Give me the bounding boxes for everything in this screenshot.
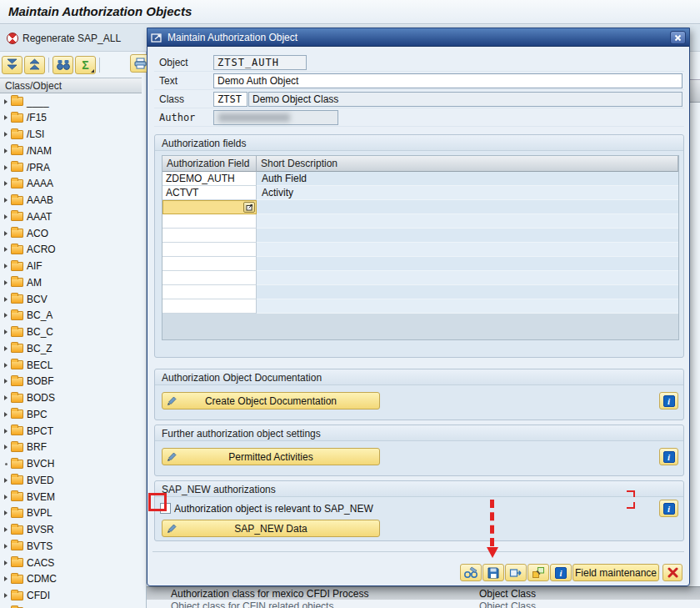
- tree-item[interactable]: BRF: [0, 440, 142, 455]
- expand-arrow-icon[interactable]: [5, 463, 8, 465]
- tree-item[interactable]: BC_C: [0, 324, 142, 340]
- expand-arrow-icon[interactable]: [4, 297, 8, 302]
- expand-arrow-icon[interactable]: [4, 346, 8, 351]
- copy-button[interactable]: [528, 564, 549, 581]
- expand-arrow-icon[interactable]: [4, 495, 8, 500]
- expand-arrow-icon[interactable]: [4, 510, 8, 515]
- expand-arrow-icon[interactable]: [4, 593, 8, 598]
- expand-arrow-icon[interactable]: [4, 280, 8, 285]
- authorization-field-cell[interactable]: [162, 257, 257, 271]
- tree-item[interactable]: BC_A: [0, 308, 142, 324]
- expand-arrow-icon[interactable]: [4, 544, 8, 549]
- expand-arrow-icon[interactable]: [4, 329, 8, 334]
- permitted-activities-button[interactable]: Permitted Activities: [162, 448, 380, 465]
- background-row-selected[interactable]: Authorization class for mexico CFDI Proc…: [147, 586, 700, 600]
- find-button[interactable]: [52, 56, 73, 74]
- authorization-field-cell[interactable]: [162, 271, 257, 285]
- authorization-field-cell[interactable]: ZDEMO_AUTH: [162, 172, 257, 186]
- tree-item[interactable]: CDMC: [0, 571, 142, 587]
- tree-item[interactable]: AM: [0, 274, 142, 290]
- tree-item[interactable]: BVSR: [0, 522, 142, 538]
- expand-arrow-icon[interactable]: [4, 363, 8, 368]
- tree-item[interactable]: /NAM: [0, 143, 142, 158]
- tree-item[interactable]: BVPL: [0, 505, 142, 521]
- tree-item[interactable]: /F15: [0, 110, 142, 126]
- tree-item[interactable]: BECL: [0, 357, 142, 373]
- collapse-all-button[interactable]: [24, 56, 45, 74]
- tree-item[interactable]: AAAT: [0, 209, 142, 224]
- authorization-field-cell[interactable]: ACTVT: [162, 186, 257, 200]
- close-button[interactable]: [670, 31, 686, 44]
- settings-info-button[interactable]: i: [659, 448, 678, 465]
- expand-arrow-icon[interactable]: [4, 198, 8, 203]
- tree-item[interactable]: /LSI: [0, 127, 142, 143]
- expand-arrow-icon[interactable]: [4, 527, 8, 532]
- field-maintenance-button[interactable]: Field maintenance: [572, 564, 659, 581]
- save-button[interactable]: [482, 564, 504, 581]
- tree-item[interactable]: ____: [0, 93, 142, 109]
- tree-item[interactable]: BVEM: [0, 489, 142, 505]
- authorization-field-cell[interactable]: [162, 229, 257, 243]
- footer-info-button[interactable]: i: [550, 564, 572, 581]
- tree-item[interactable]: ACO: [0, 225, 142, 241]
- cancel-button[interactable]: [662, 564, 682, 581]
- dialog-titlebar[interactable]: Maintain Authorization Object: [148, 28, 689, 47]
- authorization-field-cell[interactable]: [162, 214, 257, 229]
- expand-arrow-icon[interactable]: [4, 132, 8, 137]
- tree-item[interactable]: BPC: [0, 406, 142, 422]
- sum-button[interactable]: Σ: [75, 56, 96, 74]
- transport-button[interactable]: [505, 564, 527, 581]
- tree-item[interactable]: BVCH: [0, 456, 142, 472]
- documentation-info-button[interactable]: i: [659, 392, 678, 410]
- column-header-authorization-field[interactable]: Authorization Field: [162, 156, 257, 172]
- tree-item[interactable]: [0, 604, 142, 608]
- sap-new-info-button[interactable]: i: [659, 500, 678, 517]
- expand-all-button[interactable]: [2, 56, 22, 74]
- expand-arrow-icon[interactable]: [4, 576, 8, 581]
- text-input[interactable]: [213, 73, 682, 88]
- authorization-field-cell[interactable]: [162, 243, 257, 257]
- tree-item[interactable]: AIF: [0, 259, 142, 274]
- expand-arrow-icon[interactable]: [4, 395, 8, 400]
- tree-item[interactable]: BCV: [0, 291, 142, 307]
- tree-item[interactable]: BODS: [0, 390, 142, 406]
- tree-item[interactable]: BOBF: [0, 374, 142, 389]
- expand-arrow-icon[interactable]: [4, 148, 8, 153]
- expand-arrow-icon[interactable]: [4, 264, 8, 269]
- expand-arrow-icon[interactable]: [4, 115, 8, 120]
- column-header-short-description[interactable]: Short Description: [257, 156, 678, 172]
- expand-arrow-icon[interactable]: [4, 313, 8, 318]
- expand-arrow-icon[interactable]: [4, 412, 8, 417]
- expand-arrow-icon[interactable]: [4, 445, 8, 450]
- tree-item[interactable]: CACS: [0, 555, 142, 570]
- expand-arrow-icon[interactable]: [4, 560, 8, 565]
- tree-item[interactable]: /PRA: [0, 159, 142, 175]
- create-object-documentation-button[interactable]: Create Object Documentation: [162, 392, 380, 410]
- expand-arrow-icon[interactable]: [4, 214, 8, 219]
- display-change-button[interactable]: [460, 564, 482, 581]
- tree-item[interactable]: ACRO: [0, 242, 142, 258]
- value-help-icon[interactable]: [243, 202, 255, 213]
- tree-item[interactable]: BVTS: [0, 538, 142, 554]
- tree-item[interactable]: BPCT: [0, 423, 142, 439]
- tree-item[interactable]: BC_Z: [0, 340, 142, 356]
- divider: [154, 71, 684, 72]
- expand-arrow-icon[interactable]: [4, 247, 8, 252]
- authorization-field-cell[interactable]: [162, 285, 257, 299]
- tree-item[interactable]: BVED: [0, 472, 142, 488]
- expand-arrow-icon[interactable]: [4, 165, 8, 170]
- expand-arrow-icon[interactable]: [4, 231, 8, 236]
- tree-item[interactable]: CFDI: [0, 588, 142, 604]
- regenerate-sap-all-button[interactable]: Regenerate SAP_ALL: [7, 31, 121, 46]
- background-row-partial[interactable]: Object class for CFIN related objects Ob…: [147, 600, 700, 608]
- authorization-field-cell[interactable]: [162, 299, 257, 314]
- expand-arrow-icon[interactable]: [4, 99, 8, 104]
- expand-arrow-icon[interactable]: [4, 181, 8, 186]
- tree-item[interactable]: AAAB: [0, 193, 142, 209]
- expand-arrow-icon[interactable]: [4, 429, 8, 434]
- tree-item[interactable]: AAAA: [0, 176, 142, 192]
- expand-arrow-icon[interactable]: [4, 379, 8, 384]
- expand-arrow-icon[interactable]: [4, 478, 8, 483]
- sap-new-data-button[interactable]: SAP_NEW Data: [162, 520, 380, 537]
- authorization-field-cell[interactable]: [162, 200, 257, 214]
